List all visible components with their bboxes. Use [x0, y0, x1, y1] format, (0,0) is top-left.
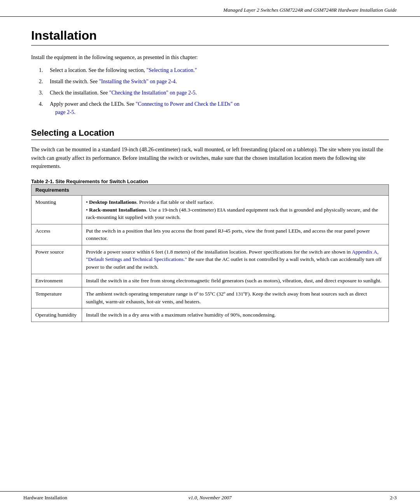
- bold-text: Desktop Installations: [89, 199, 136, 205]
- link-selecting-location[interactable]: "Selecting a Location.": [146, 67, 197, 73]
- steps-list: 1. Select a location. See the following …: [39, 66, 389, 116]
- table-row: Power source Provide a power source with…: [32, 245, 389, 274]
- table-row: Mounting • Desktop Installations. Provid…: [32, 196, 389, 224]
- table-row: Operating humidity Install the switch in…: [32, 308, 389, 322]
- intro-paragraph: Install the equipment in the following s…: [31, 53, 389, 61]
- row-label-temperature: Temperature: [32, 287, 82, 308]
- footer-left: Hardware Installation: [23, 495, 67, 501]
- table-row: Temperature The ambient switch operating…: [32, 287, 389, 308]
- link-checking-installation[interactable]: "Checking the Installation" on page 2-5: [109, 90, 196, 96]
- row-label-environment: Environment: [32, 274, 82, 287]
- table-row: Access Put the switch in a position that…: [32, 224, 389, 245]
- link-installing-switch[interactable]: "Installing the Switch" on page 2-4: [99, 79, 175, 84]
- chapter-title: Installation: [31, 28, 389, 46]
- row-content-temperature: The ambient switch operating temperature…: [82, 287, 389, 308]
- row-content-power-source: Provide a power source within 6 feet (1.…: [82, 245, 389, 274]
- section-title-selecting-location: Selecting a Location: [31, 128, 389, 140]
- list-item: 3. Check the installation. See "Checking…: [39, 89, 389, 97]
- header-text: Managed Layer 2 Switches GSM7224R and GS…: [223, 7, 397, 13]
- footer-right: 2-3: [390, 495, 397, 501]
- row-label-mounting: Mounting: [32, 196, 82, 224]
- page-header: Managed Layer 2 Switches GSM7224R and GS…: [0, 0, 420, 17]
- list-item: 2. Install the switch. See "Installing t…: [39, 77, 389, 86]
- footer-center: v1.0, November 2007: [188, 495, 231, 501]
- main-content: Installation Install the equipment in th…: [0, 17, 420, 353]
- row-content-environment: Install the switch in a site free from s…: [82, 274, 389, 287]
- row-content-mounting: • Desktop Installations. Provide a flat …: [82, 196, 389, 224]
- table-header-row: Requirements: [32, 185, 389, 196]
- link-appendix-a[interactable]: Appendix A, "Default Settings and Techni…: [86, 249, 378, 262]
- link-connecting-power[interactable]: "Connecting to Power and Check the LEDs"…: [50, 101, 240, 115]
- row-label-access: Access: [32, 224, 82, 245]
- row-label-power-source: Power source: [32, 245, 82, 274]
- list-item: 4. Apply power and check the LEDs. See "…: [39, 100, 389, 116]
- row-label-humidity: Operating humidity: [32, 308, 82, 322]
- page: Managed Layer 2 Switches GSM7224R and GS…: [0, 0, 420, 504]
- section-paragraph: The switch can be mounted in a standard …: [31, 145, 389, 171]
- list-item: 1. Select a location. See the following …: [39, 66, 389, 74]
- table-caption: Table 2-1. Site Requirements for Switch …: [31, 178, 389, 184]
- requirements-table: Requirements Mounting • Desktop Installa…: [31, 184, 389, 322]
- row-content-access: Put the switch in a position that lets y…: [82, 224, 389, 245]
- table-header-cell: Requirements: [32, 185, 389, 196]
- table-row: Environment Install the switch in a site…: [32, 274, 389, 287]
- bold-text: Rack-mount Installations: [89, 207, 146, 213]
- row-content-humidity: Install the switch in a dry area with a …: [82, 308, 389, 322]
